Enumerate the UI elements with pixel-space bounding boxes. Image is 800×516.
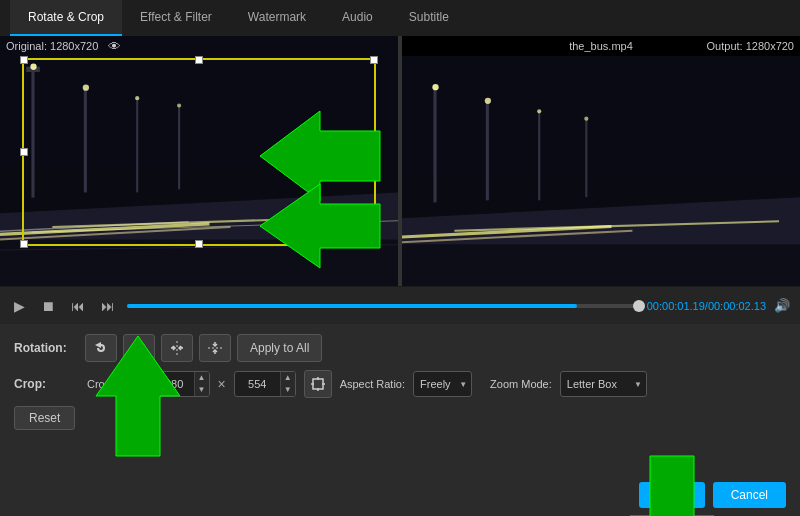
tab-bar: Rotate & Crop Effect & Filter Watermark …	[0, 0, 800, 36]
crop-center-button[interactable]	[304, 370, 332, 398]
output-label: Output: 1280x720	[707, 40, 794, 52]
app-container: Rotate & Crop Effect & Filter Watermark …	[0, 0, 800, 516]
crop-separator: ×	[218, 376, 226, 392]
crop-handle-tl[interactable]	[20, 56, 28, 64]
crop-handle-mr[interactable]	[370, 148, 378, 156]
zoom-mode-select[interactable]: Letter Box Pan & Scan Full	[560, 371, 647, 397]
crop-handle-bl[interactable]	[20, 240, 28, 248]
svg-rect-23	[433, 87, 436, 202]
video-bg-right	[402, 36, 800, 286]
rotation-label: Rotation:	[14, 341, 79, 355]
time-display: 00:00:01.19/00:00:02.13	[647, 300, 766, 312]
tab-audio[interactable]: Audio	[324, 0, 391, 36]
svg-rect-29	[585, 119, 587, 198]
timeline-progress[interactable]	[127, 304, 639, 308]
crop-width-spinners: ▲ ▼	[194, 372, 209, 396]
crop-handle-tr[interactable]	[370, 56, 378, 64]
crop-handle-ml[interactable]	[20, 148, 28, 156]
crop-label: Crop:	[14, 377, 79, 391]
tab-subtitle[interactable]: Subtitle	[391, 0, 467, 36]
crop-width-down[interactable]: ▼	[195, 384, 209, 396]
filename-label: the_bus.mp4	[569, 40, 633, 52]
crop-handle-tm[interactable]	[195, 56, 203, 64]
rotate-left-button[interactable]	[85, 334, 117, 362]
tab-effect-filter[interactable]: Effect & Filter	[122, 0, 230, 36]
zoom-mode-label: Zoom Mode:	[490, 378, 552, 390]
crop-handle-br[interactable]	[370, 240, 378, 248]
crop-width-input-group: ▲ ▼	[148, 371, 210, 397]
crop-height-down[interactable]: ▼	[281, 384, 295, 396]
crop-overlay[interactable]	[22, 58, 376, 246]
preview-right: the_bus.mp4 Output: 1280x720	[402, 36, 800, 286]
svg-rect-22	[402, 244, 800, 286]
svg-point-26	[485, 98, 491, 104]
bottom-buttons: OK Cancel	[625, 474, 800, 516]
svg-rect-27	[538, 111, 540, 200]
reset-row: Reset	[14, 406, 786, 430]
eye-icon[interactable]: 👁	[108, 39, 121, 54]
zoom-mode-select-wrapper: Letter Box Pan & Scan Full	[560, 371, 647, 397]
crop-height-input-group: ▲ ▼	[234, 371, 296, 397]
aspect-ratio-select-wrapper: Freely 16:9 4:3 1:1	[413, 371, 472, 397]
flip-horizontal-button[interactable]	[161, 334, 193, 362]
crop-handle-bm[interactable]	[195, 240, 203, 248]
crop-area-label: Crop Area:	[87, 378, 140, 390]
svg-point-30	[584, 117, 588, 121]
svg-rect-40	[313, 379, 323, 389]
tab-watermark[interactable]: Watermark	[230, 0, 324, 36]
timeline: ▶ ⏹ ⏮ ⏭ 00:00:01.19/00:00:02.13 🔊	[0, 286, 800, 324]
video-scene-right	[402, 56, 800, 286]
crop-height-up[interactable]: ▲	[281, 372, 295, 384]
timeline-filled	[127, 304, 577, 308]
apply-all-button[interactable]: Apply to All	[237, 334, 322, 362]
play-button[interactable]: ▶	[10, 296, 29, 316]
crop-row: Crop: Crop Area: ▲ ▼ × ▲ ▼	[14, 370, 786, 398]
controls-area: Rotation:	[0, 324, 800, 440]
stop-button[interactable]: ⏹	[37, 296, 59, 316]
svg-rect-25	[486, 101, 489, 200]
original-label: Original: 1280x720	[6, 40, 98, 52]
main-content: Original: 1280x720 👁	[0, 36, 800, 516]
video-area: Original: 1280x720 👁	[0, 36, 800, 286]
crop-height-spinners: ▲ ▼	[280, 372, 295, 396]
rotation-row: Rotation:	[14, 334, 786, 362]
svg-rect-20	[402, 56, 800, 176]
aspect-ratio-select[interactable]: Freely 16:9 4:3 1:1	[413, 371, 472, 397]
preview-left: Original: 1280x720 👁	[0, 36, 398, 286]
rotate-right-button[interactable]	[123, 334, 155, 362]
prev-frame-button[interactable]: ⏮	[67, 296, 89, 316]
volume-icon[interactable]: 🔊	[774, 298, 790, 313]
tab-rotate-crop[interactable]: Rotate & Crop	[10, 0, 122, 36]
crop-width-up[interactable]: ▲	[195, 372, 209, 384]
aspect-ratio-label: Aspect Ratio:	[340, 378, 405, 390]
svg-point-28	[537, 109, 541, 113]
cancel-button[interactable]: Cancel	[713, 482, 786, 508]
svg-point-24	[432, 84, 438, 90]
ok-button[interactable]: OK	[639, 482, 704, 508]
timeline-thumb[interactable]	[633, 300, 645, 312]
flip-vertical-button[interactable]	[199, 334, 231, 362]
reset-button[interactable]: Reset	[14, 406, 75, 430]
next-frame-button[interactable]: ⏭	[97, 296, 119, 316]
crop-height-input[interactable]	[235, 378, 280, 390]
crop-width-input[interactable]	[149, 378, 194, 390]
